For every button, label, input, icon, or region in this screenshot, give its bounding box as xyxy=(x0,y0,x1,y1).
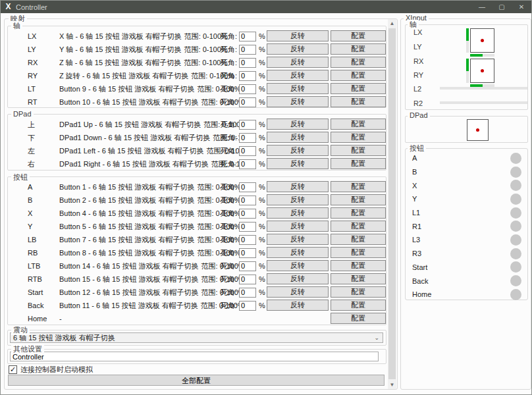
invert-button[interactable]: 反转 xyxy=(267,57,329,68)
minimize-button[interactable]: — xyxy=(472,1,492,13)
mapping-row-LX: LX X 轴 - 6 轴 15 按钮 游戏板 有帽子切换 范围: 0-100% … xyxy=(8,30,386,43)
deadzone-input[interactable] xyxy=(239,84,256,94)
config-button[interactable]: 配置 xyxy=(331,181,386,192)
close-button[interactable]: ✕ xyxy=(512,1,531,13)
invert-button[interactable]: 反转 xyxy=(267,273,329,284)
config-button[interactable]: 配置 xyxy=(331,132,386,143)
mapping-row-上: 上 DPad1 Up - 6 轴 15 按钮 游戏板 有帽子切换 范围: 0-1… xyxy=(8,118,386,131)
deadzone-input[interactable] xyxy=(239,301,256,311)
config-button[interactable]: 配置 xyxy=(331,273,386,284)
mapping-key: LB xyxy=(28,233,36,246)
percent-label: % xyxy=(259,207,265,220)
deadzone-label: 死角: xyxy=(221,95,237,109)
deadzone-input[interactable] xyxy=(239,146,256,156)
other-settings-group-label: 其他设置 xyxy=(11,344,44,354)
config-button[interactable]: 配置 xyxy=(331,286,386,298)
mapping-description: DPad1 Down - 6 轴 15 按钮 游戏板 有帽子切换 xyxy=(59,131,210,144)
xinput-button-key: R3 xyxy=(412,250,421,257)
vibration-select[interactable]: 6 轴 15 按钮 游戏板 有帽子切换 ⌄ xyxy=(10,332,383,343)
buttons-group-label: 按钮 xyxy=(11,172,30,182)
controller-name-input[interactable] xyxy=(10,352,379,361)
config-button[interactable]: 配置 xyxy=(331,247,386,258)
mapping-scrollbar[interactable]: ▲ ▼ xyxy=(388,19,396,389)
deadzone-input[interactable] xyxy=(239,182,256,192)
invert-button[interactable]: 反转 xyxy=(267,118,329,130)
invert-button[interactable]: 反转 xyxy=(267,207,329,219)
deadzone-input[interactable] xyxy=(239,120,256,130)
invert-button[interactable]: 反转 xyxy=(267,260,329,271)
mapping-row-Y: Y Button 5 - 6 轴 15 按钮 游戏板 有帽子切换 范围: 0-1… xyxy=(8,220,386,233)
configure-all-button[interactable]: 全部配置 xyxy=(8,375,385,386)
scrollbar-thumb[interactable] xyxy=(388,28,396,379)
config-button[interactable]: 配置 xyxy=(331,300,386,311)
stick-area xyxy=(470,28,494,53)
config-button[interactable]: 配置 xyxy=(331,83,386,94)
config-button[interactable]: 配置 xyxy=(331,30,386,41)
config-button[interactable]: 配置 xyxy=(331,158,386,169)
config-button[interactable]: 配置 xyxy=(331,313,386,324)
invert-button[interactable]: 反转 xyxy=(267,221,329,232)
invert-button[interactable]: 反转 xyxy=(267,96,329,107)
config-button[interactable]: 配置 xyxy=(331,145,386,156)
invert-button[interactable]: 反转 xyxy=(267,145,329,156)
xinput-button-row-Back: Back xyxy=(406,274,527,288)
deadzone-input[interactable] xyxy=(239,32,256,41)
scroll-up-icon[interactable]: ▲ xyxy=(388,19,396,28)
deadzone-input[interactable] xyxy=(239,209,256,219)
autostart-checkbox[interactable]: ✓ xyxy=(9,365,17,374)
deadzone-label: 死角: xyxy=(221,56,237,69)
mapping-key: LY xyxy=(28,43,36,56)
deadzone-input[interactable] xyxy=(239,133,256,143)
percent-label: % xyxy=(259,131,265,144)
scroll-down-icon[interactable]: ▼ xyxy=(388,381,396,389)
deadzone-input[interactable] xyxy=(239,196,256,205)
dpad-group-label: DPad xyxy=(11,110,34,118)
percent-label: % xyxy=(259,220,265,233)
config-button[interactable]: 配置 xyxy=(331,70,386,81)
config-button[interactable]: 配置 xyxy=(331,207,386,219)
deadzone-input[interactable] xyxy=(239,275,256,284)
stick-position-dot xyxy=(481,39,484,42)
mapping-description: DPad1 Right - 6 轴 15 按钮 游戏板 有帽子切换 xyxy=(59,157,209,171)
maximize-button[interactable]: ▢ xyxy=(492,1,512,13)
button-state-indicator xyxy=(510,221,521,232)
invert-button[interactable]: 反转 xyxy=(267,158,329,169)
chevron-down-icon: ⌄ xyxy=(374,334,379,341)
deadzone-input[interactable] xyxy=(239,97,256,107)
button-state-indicator xyxy=(510,261,521,273)
config-button[interactable]: 配置 xyxy=(331,221,386,232)
invert-button[interactable]: 反转 xyxy=(267,194,329,205)
mapping-key: Home xyxy=(28,312,47,325)
mapping-description: Z 轴 - 6 轴 15 按钮 游戏板 有帽子切换 xyxy=(59,56,181,69)
window-controls: — ▢ ✕ xyxy=(472,1,531,13)
deadzone-input[interactable] xyxy=(239,58,256,68)
invert-button[interactable]: 反转 xyxy=(267,286,329,298)
config-button[interactable]: 配置 xyxy=(331,194,386,205)
deadzone-input[interactable] xyxy=(239,45,256,55)
deadzone-label: 死角: xyxy=(221,299,237,312)
deadzone-input[interactable] xyxy=(239,222,256,232)
deadzone-input[interactable] xyxy=(239,71,256,81)
invert-button[interactable]: 反转 xyxy=(267,132,329,143)
config-button[interactable]: 配置 xyxy=(331,234,386,245)
config-button[interactable]: 配置 xyxy=(331,57,386,68)
deadzone-input[interactable] xyxy=(239,159,256,169)
deadzone-input[interactable] xyxy=(239,261,256,271)
deadzone-input[interactable] xyxy=(239,235,256,245)
invert-button[interactable]: 反转 xyxy=(267,234,329,245)
invert-button[interactable]: 反转 xyxy=(267,43,329,55)
invert-button[interactable]: 反转 xyxy=(267,70,329,81)
invert-button[interactable]: 反转 xyxy=(267,30,329,41)
config-button[interactable]: 配置 xyxy=(331,260,386,271)
invert-button[interactable]: 反转 xyxy=(267,300,329,311)
invert-button[interactable]: 反转 xyxy=(267,83,329,94)
config-button[interactable]: 配置 xyxy=(331,118,386,130)
stick-position-dot xyxy=(481,69,484,72)
deadzone-label: 死角: xyxy=(221,220,237,233)
invert-button[interactable]: 反转 xyxy=(267,247,329,258)
deadzone-input[interactable] xyxy=(239,288,256,298)
deadzone-input[interactable] xyxy=(239,248,256,258)
config-button[interactable]: 配置 xyxy=(331,43,386,55)
config-button[interactable]: 配置 xyxy=(331,96,386,107)
invert-button[interactable]: 反转 xyxy=(267,181,329,192)
